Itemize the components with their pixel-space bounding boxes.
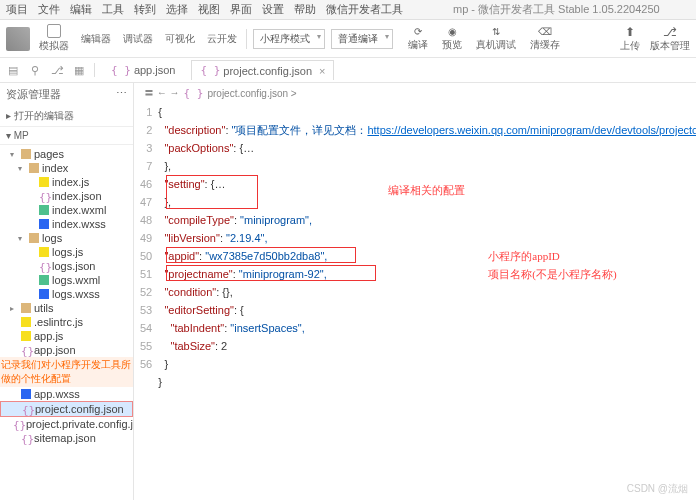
watermark: CSDN @流烟 (627, 482, 688, 496)
explorer-title: 资源管理器 (6, 87, 61, 102)
menu-item[interactable]: 选择 (166, 2, 188, 17)
more-icon[interactable]: ⋯ (116, 87, 127, 102)
annotation-compile: 编译相关的配置 (388, 181, 465, 199)
tree-item-logs-wxss[interactable]: logs.wxss (0, 287, 133, 301)
sidebar: 资源管理器⋯ ▸ 打开的编辑器 ▾ MP ▾pages▾indexindex.j… (0, 83, 134, 500)
annotation-projectname: 项目名称(不是小程序名称) (488, 265, 616, 283)
tree-item-app-json[interactable]: {}app.json (0, 343, 133, 357)
menu-item[interactable]: 帮助 (294, 2, 316, 17)
tree-item-index-wxml[interactable]: index.wxml (0, 203, 133, 217)
menu-item[interactable]: 设置 (262, 2, 284, 17)
tree-item-app-wxss[interactable]: app.wxss (0, 387, 133, 401)
menu-item[interactable]: 转到 (134, 2, 156, 17)
tree-item-index[interactable]: ▾index (0, 161, 133, 175)
tree-item-utils[interactable]: ▸utils (0, 301, 133, 315)
close-icon[interactable]: × (319, 65, 325, 77)
menu-item[interactable]: 编辑 (70, 2, 92, 17)
tree-item--eslintrc-js[interactable]: .eslintrc.js (0, 315, 133, 329)
tree-item-index-wxss[interactable]: index.wxss (0, 217, 133, 231)
tab-cloud[interactable]: 云开发 (204, 32, 240, 46)
tree-item-project-config-json[interactable]: {}project.config.json (0, 401, 133, 417)
tab-editor[interactable]: 编辑器 (78, 32, 114, 46)
tree-item-logs-wxml[interactable]: logs.wxml (0, 273, 133, 287)
annotation-appid: 小程序的appID (488, 247, 560, 265)
menubar: 项目 文件 编辑 工具 转到 选择 视图 界面 设置 帮助 微信开发者工具 mp… (0, 0, 696, 20)
tab-simulator[interactable]: 模拟器 (36, 24, 72, 53)
editor-tabbar: ▤ ⚲ ⎇ ▦ { }app.json { }project.config.js… (0, 58, 696, 83)
compile-button[interactable]: ⟳编译 (405, 26, 431, 52)
menu-item[interactable]: 文件 (38, 2, 60, 17)
menu-item[interactable]: 视图 (198, 2, 220, 17)
main-toolbar: 模拟器 编辑器 调试器 可视化 云开发 小程序模式 普通编译 ⟳编译 ◉预览 ⇅… (0, 20, 696, 58)
tree-item-index-json[interactable]: {}index.json (0, 189, 133, 203)
upload-button[interactable]: ⬆上传 (620, 25, 640, 53)
code-area[interactable]: { "description": "项目配置文件，详见文档：https://de… (158, 103, 696, 500)
tree-item-logs-js[interactable]: logs.js (0, 245, 133, 259)
menu-item[interactable]: 微信开发者工具 (326, 2, 403, 17)
open-editors-section[interactable]: ▸ 打开的编辑器 (0, 106, 133, 127)
editor-pane: 〓 ← → { } project.config.json > 12374647… (134, 83, 696, 500)
avatar[interactable] (6, 27, 30, 51)
menu-item[interactable]: 工具 (102, 2, 124, 17)
preview-button[interactable]: ◉预览 (439, 26, 465, 52)
compile-dropdown[interactable]: 普通编译 (331, 29, 393, 49)
overlay-note: 记录我们对小程序开发工具所做的个性化配置 (0, 357, 133, 387)
realdevice-button[interactable]: ⇅真机调试 (473, 26, 519, 52)
mode-dropdown[interactable]: 小程序模式 (253, 29, 325, 49)
version-button[interactable]: ⎇版本管理 (650, 25, 690, 53)
tab-visual[interactable]: 可视化 (162, 32, 198, 46)
tree-item-sitemap-json[interactable]: {}sitemap.json (0, 431, 133, 445)
tree-item-index-js[interactable]: index.js (0, 175, 133, 189)
ext-icon[interactable]: ▦ (72, 63, 86, 77)
branch-icon[interactable]: ⎇ (50, 63, 64, 77)
tab-project-config[interactable]: { }project.config.json× (191, 60, 334, 80)
tab-debugger[interactable]: 调试器 (120, 32, 156, 46)
tree-item-logs[interactable]: ▾logs (0, 231, 133, 245)
tree-item-pages[interactable]: ▾pages (0, 147, 133, 161)
window-title: mp - 微信开发者工具 Stable 1.05.2204250 (453, 2, 660, 17)
tree-item-logs-json[interactable]: {}logs.json (0, 259, 133, 273)
tab-app-json[interactable]: { }app.json (103, 61, 183, 80)
tree-item-project-private-config-json[interactable]: {}project.private.config.json (0, 417, 133, 431)
project-section[interactable]: ▾ MP (0, 127, 133, 145)
menu-item[interactable]: 界面 (230, 2, 252, 17)
tree-item-app-js[interactable]: app.js (0, 329, 133, 343)
menu-item[interactable]: 项目 (6, 2, 28, 17)
search-icon[interactable]: ⚲ (28, 63, 42, 77)
explorer-icon[interactable]: ▤ (6, 63, 20, 77)
clearcache-button[interactable]: ⌫清缓存 (527, 26, 563, 52)
breadcrumb[interactable]: 〓 ← → { } project.config.json > (134, 83, 696, 103)
